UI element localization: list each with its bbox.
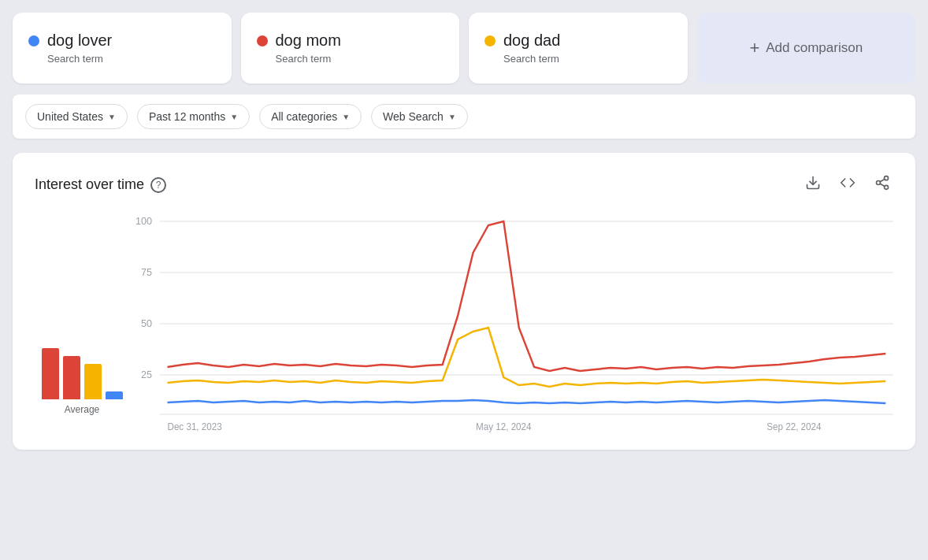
dot-icon-yellow [484,35,496,46]
svg-text:50: 50 [141,317,152,329]
dot-icon-red [257,35,268,46]
red-line [168,221,886,371]
line-chart: 100 75 50 25 Dec 31, 2023 May 12, 2024 S… [129,213,893,434]
search-terms-row: dog lover Search term dog mom Search ter… [13,13,915,83]
mini-bar-3 [84,364,102,399]
svg-text:Dec 31, 2023: Dec 31, 2023 [168,421,223,432]
svg-text:75: 75 [141,266,152,278]
chart-body: Average 100 75 50 25 Dec 31, 2023 May 12… [35,213,893,434]
chevron-down-icon: ▼ [342,113,350,121]
chevron-down-icon: ▼ [108,113,116,121]
search-term-card-dog-dad[interactable]: dog dad Search term [469,13,688,83]
filter-region-label: United States [37,110,103,123]
svg-line-5 [880,179,885,181]
chart-title: Interest over time [35,176,144,193]
yellow-line [168,328,886,387]
svg-text:Sep 22, 2024: Sep 22, 2024 [767,421,822,432]
blue-line [168,400,886,403]
add-comparison-label: Add comparison [766,40,863,56]
help-icon[interactable]: ? [150,177,166,193]
chart-title-row: Interest over time ? [35,176,166,193]
filter-region[interactable]: United States ▼ [25,104,128,129]
chart-svg: 100 75 50 25 Dec 31, 2023 May 12, 2024 S… [129,213,893,434]
svg-line-4 [880,184,885,186]
search-term-card-dog-lover[interactable]: dog lover Search term [13,13,232,83]
filter-category[interactable]: All categories ▼ [259,104,362,129]
average-label: Average [65,404,99,415]
term-label-dog-dad: Search term [503,53,672,65]
term-label-dog-lover: Search term [47,53,216,65]
filter-search-type[interactable]: Web Search ▼ [371,104,468,129]
chevron-down-icon: ▼ [448,113,456,121]
svg-text:May 12, 2024: May 12, 2024 [476,421,532,432]
chart-header: Interest over time ? [35,172,893,198]
mini-bar-1 [42,348,59,399]
filter-category-label: All categories [271,110,337,123]
help-char: ? [156,180,161,191]
term-label-dog-mom: Search term [276,53,444,65]
plus-icon: + [749,38,759,58]
filter-period[interactable]: Past 12 months ▼ [137,104,250,129]
chart-left-avg: Average [35,213,129,434]
mini-bar-chart [42,336,123,399]
embed-button[interactable] [837,172,859,198]
filters-row: United States ▼ Past 12 months ▼ All cat… [13,95,915,139]
add-comparison-button[interactable]: + Add comparison [697,13,916,83]
share-button[interactable] [871,172,893,198]
term-name-dog-lover: dog lover [47,32,112,50]
filter-search-type-label: Web Search [383,110,444,123]
chevron-down-icon: ▼ [230,113,238,121]
filter-period-label: Past 12 months [149,110,225,123]
mini-bar-4 [106,391,123,399]
svg-text:25: 25 [141,369,152,380]
mini-bar-2 [63,356,80,399]
dot-icon-blue [28,35,39,46]
svg-text:100: 100 [135,215,152,227]
term-name-dog-dad: dog dad [503,32,560,50]
chart-actions [802,172,893,198]
search-term-card-dog-mom[interactable]: dog mom Search term [241,13,460,83]
download-button[interactable] [802,172,824,198]
term-name-dog-mom: dog mom [276,32,341,50]
chart-section: Interest over time ? [13,153,915,450]
